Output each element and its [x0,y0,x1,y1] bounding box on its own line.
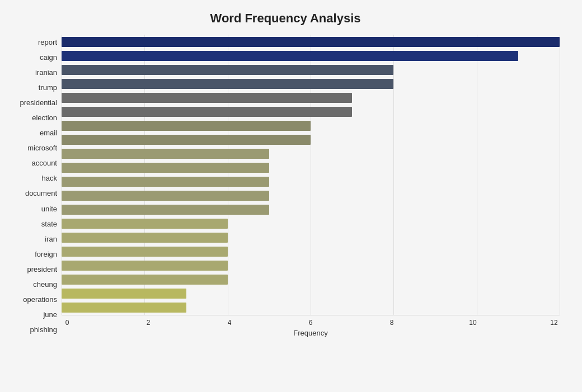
bar [62,163,269,173]
y-label: hack [42,174,57,182]
bar [62,191,269,201]
bar [62,135,311,145]
grid-lines [62,35,560,315]
x-tick: 12 [548,319,560,327]
bar-row [62,218,560,229]
bar-row [62,274,560,285]
bar-row [62,162,560,173]
y-label: operations [23,296,57,303]
bar [62,79,393,89]
chart-title: Word Frequency Analysis [11,11,560,26]
x-tick: 2 [143,319,154,327]
bar-row [62,92,560,103]
x-tick: 0 [62,319,73,327]
bar-row [62,246,560,257]
y-label: election [32,114,57,121]
bar [62,289,186,299]
y-label: phishing [30,326,57,333]
bar-row [62,204,560,215]
bar-row [62,50,560,62]
y-label: trump [39,84,57,91]
bar [62,219,228,229]
grid-line [62,35,62,315]
bar-row [62,64,560,75]
bar-row [62,302,560,313]
bar-row [62,134,560,145]
y-label: iran [45,235,57,243]
bar-row [62,176,560,187]
bar [62,93,352,103]
bar-row [62,288,560,299]
x-tick: 10 [467,319,478,327]
grid-line [228,35,228,315]
bar [62,149,269,159]
grid-line [477,35,477,315]
bar-row [62,232,560,243]
y-label: unite [41,205,57,212]
y-label: caign [40,54,57,61]
chart-area: reportcaigniraniantrumppresidentialelect… [11,35,560,337]
grid-line [560,35,560,315]
grid-line [144,35,145,315]
bar [62,261,228,271]
bar [62,247,228,257]
y-label: report [38,39,57,46]
bar [62,303,186,313]
bars-wrapper [62,35,560,315]
bars-and-x: 024681012 Frequency [62,35,560,337]
x-axis: 024681012 [62,315,560,327]
bar-row [62,148,560,159]
y-label: iranian [35,69,57,76]
x-tick: 6 [305,319,316,327]
chart-container: Word Frequency Analysis reportcaignirani… [0,0,582,392]
grid-line [393,35,394,315]
bar-row [62,120,560,131]
bar [62,233,228,243]
bar [62,65,393,75]
x-axis-label: Frequency [62,329,560,337]
y-label: president [27,266,57,273]
y-labels: reportcaigniraniantrumppresidentialelect… [11,35,62,337]
y-label: email [40,129,57,136]
grid-line [311,35,311,315]
bar-row [62,190,560,201]
y-label: microsoft [27,144,57,152]
bar-row [62,106,560,117]
x-tick: 4 [224,319,235,327]
y-label: cheung [33,281,57,288]
y-label: account [31,159,57,167]
bar-row [62,36,560,48]
bar [62,205,269,215]
y-label: june [43,311,57,318]
y-label: state [41,220,57,228]
bar-row [62,78,560,89]
x-tick: 8 [386,319,397,327]
y-label: presidential [20,99,58,106]
y-label: document [25,190,57,197]
bar [62,121,311,131]
bar [62,37,560,47]
bar [62,177,269,187]
bar [62,107,352,117]
bar [62,275,228,285]
bar [62,51,518,61]
y-label: foreign [35,251,57,258]
bar-row [62,260,560,271]
